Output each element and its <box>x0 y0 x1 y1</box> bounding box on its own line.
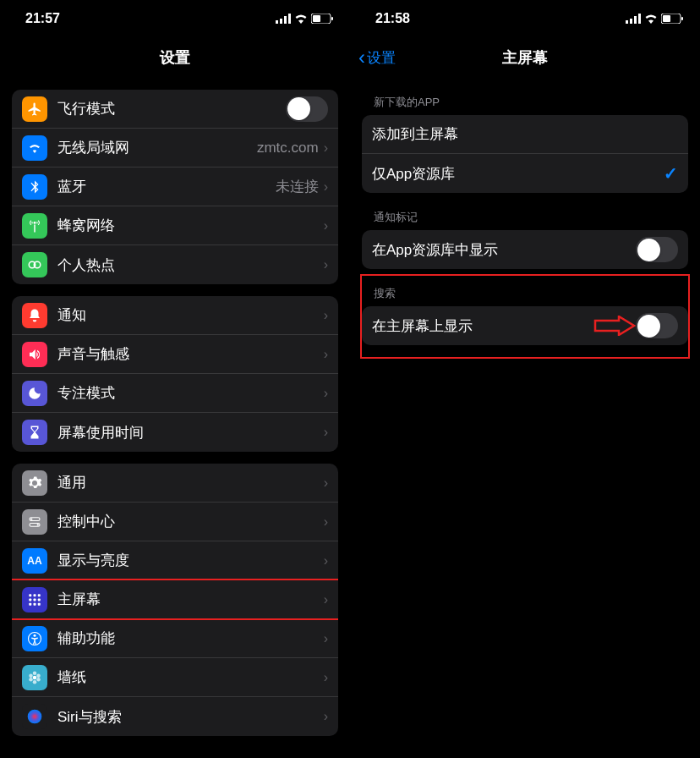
settings-group: 通用 › 控制中心 › AA 显示与亮度 › 主屏幕 › 辅助功能 <box>12 464 338 736</box>
row-home-screen[interactable]: 主屏幕 › <box>12 580 338 619</box>
svg-rect-15 <box>38 594 41 596</box>
library-badges-toggle[interactable] <box>636 237 678 262</box>
back-button[interactable]: ‹ 设置 <box>358 47 396 68</box>
svg-point-25 <box>33 671 37 675</box>
home-screen-options[interactable]: 新下载的APP 添加到主屏幕 仅App资源库 ✓ 通知标记 在App资源库中显示… <box>350 78 700 758</box>
row-detail: zmtc.com <box>257 140 319 157</box>
row-notifications[interactable]: 通知 › <box>12 296 338 335</box>
bell-icon <box>22 303 47 328</box>
chevron-icon: › <box>324 709 328 724</box>
svg-rect-16 <box>29 598 31 601</box>
svg-rect-5 <box>331 17 333 20</box>
svg-rect-37 <box>681 17 683 20</box>
chevron-icon: › <box>324 386 328 401</box>
page-title: 主屏幕 <box>502 47 548 68</box>
svg-point-10 <box>30 518 32 519</box>
svg-rect-18 <box>38 598 41 601</box>
row-focus[interactable]: 专注模式 › <box>12 374 338 413</box>
svg-rect-3 <box>288 14 291 24</box>
settings-group: 添加到主屏幕 仅App资源库 ✓ <box>362 115 688 193</box>
checkmark-icon: ✓ <box>664 163 678 184</box>
row-app-library-only[interactable]: 仅App资源库 ✓ <box>362 154 688 193</box>
svg-rect-1 <box>280 19 282 24</box>
svg-rect-14 <box>34 594 36 596</box>
wifi-icon <box>294 14 308 24</box>
row-airplane-mode[interactable]: 飞行模式 <box>12 90 338 129</box>
chevron-icon: › <box>324 670 328 685</box>
nav-bar: ‹ 设置 主屏幕 <box>350 37 700 78</box>
settings-group: 飞行模式 无线局域网 zmtc.com › 蓝牙 未连接 › 蜂窝网络 › <box>12 90 338 284</box>
row-accessibility[interactable]: 辅助功能 › <box>12 619 338 658</box>
svg-rect-0 <box>276 20 278 24</box>
row-label: 个人热点 <box>57 255 324 275</box>
row-label: Siri与搜索 <box>57 707 324 727</box>
row-label: 蜂窝网络 <box>57 216 324 235</box>
svg-rect-19 <box>29 602 31 605</box>
row-label: 声音与触感 <box>57 344 324 364</box>
row-label: 显示与亮度 <box>57 551 324 570</box>
moon-icon <box>22 381 47 406</box>
settings-group: 在主屏幕上显示 <box>362 306 688 345</box>
row-label: 添加到主屏幕 <box>372 124 678 144</box>
row-display[interactable]: AA 显示与亮度 › <box>12 541 338 580</box>
row-wifi[interactable]: 无线局域网 zmtc.com › <box>12 129 338 168</box>
svg-point-30 <box>29 673 33 678</box>
wifi-icon <box>644 14 658 24</box>
svg-rect-38 <box>663 15 670 22</box>
row-label: 屏幕使用时间 <box>57 423 324 442</box>
row-show-in-library[interactable]: 在App资源库中显示 <box>362 230 688 269</box>
back-label: 设置 <box>367 48 396 68</box>
row-cellular[interactable]: 蜂窝网络 › <box>12 206 338 245</box>
chevron-icon: › <box>324 140 328 156</box>
airplane-icon <box>22 96 47 122</box>
row-label: 通用 <box>57 473 324 492</box>
svg-rect-13 <box>29 594 31 596</box>
svg-rect-35 <box>638 14 641 24</box>
row-general[interactable]: 通用 › <box>12 464 338 503</box>
row-label: 仅App资源库 <box>372 164 664 184</box>
svg-rect-33 <box>630 19 632 24</box>
row-label: 主屏幕 <box>57 590 324 609</box>
row-wallpaper[interactable]: 墙纸 › <box>12 658 338 697</box>
svg-point-29 <box>29 678 33 682</box>
bluetooth-icon <box>22 174 47 200</box>
row-sounds[interactable]: 声音与触感 › <box>12 335 338 374</box>
row-hotspot[interactable]: 个人热点 › <box>12 245 338 284</box>
row-control-center[interactable]: 控制中心 › <box>12 503 338 541</box>
row-siri[interactable]: Siri与搜索 › <box>12 697 338 736</box>
text-size-icon: AA <box>22 548 47 574</box>
row-add-to-home[interactable]: 添加到主屏幕 <box>362 115 688 154</box>
svg-rect-34 <box>634 16 637 24</box>
svg-point-28 <box>33 680 37 684</box>
svg-rect-21 <box>38 602 41 605</box>
nav-bar: 设置 <box>0 37 350 78</box>
row-label: 辅助功能 <box>57 629 324 648</box>
row-label: 控制中心 <box>57 512 324 531</box>
page-title: 设置 <box>160 47 190 68</box>
status-bar: 21:57 <box>0 0 350 37</box>
grid-icon <box>22 587 47 612</box>
svg-point-23 <box>34 634 36 636</box>
wifi-setting-icon <box>22 135 47 161</box>
svg-rect-20 <box>34 602 36 605</box>
row-bluetooth[interactable]: 蓝牙 未连接 › <box>12 168 338 206</box>
status-time: 21:58 <box>375 11 410 26</box>
row-screentime[interactable]: 屏幕使用时间 › <box>12 413 338 452</box>
settings-list[interactable]: 飞行模式 无线局域网 zmtc.com › 蓝牙 未连接 › 蜂窝网络 › <box>0 78 350 758</box>
airplane-toggle[interactable] <box>286 96 328 122</box>
svg-rect-17 <box>34 598 36 601</box>
chevron-icon: › <box>324 553 328 568</box>
svg-point-12 <box>37 524 39 525</box>
chevron-icon: › <box>324 218 328 233</box>
home-search-toggle[interactable] <box>636 313 678 338</box>
section-header: 搜索 <box>362 269 688 306</box>
chevron-icon: › <box>324 257 328 272</box>
chevron-icon: › <box>324 475 328 491</box>
arrow-annotation <box>593 316 636 336</box>
settings-screen: 21:57 设置 飞行模式 无线局域网 zmtc.com › <box>0 0 350 758</box>
svg-point-24 <box>33 675 37 679</box>
siri-icon <box>22 704 47 729</box>
row-show-on-home[interactable]: 在主屏幕上显示 <box>362 306 688 345</box>
chevron-icon: › <box>324 347 328 362</box>
chevron-icon: › <box>324 514 328 530</box>
